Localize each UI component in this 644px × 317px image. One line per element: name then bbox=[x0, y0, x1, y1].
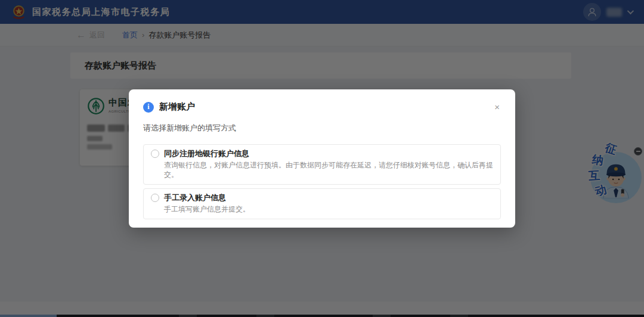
option-description: 手工填写账户信息并提交。 bbox=[164, 204, 493, 214]
add-account-modal: i 新增账户 × 请选择新增账户的填写方式 同步注册地银行账户信息 查询银行信息… bbox=[129, 89, 515, 228]
option-sync-bank-info[interactable]: 同步注册地银行账户信息 查询银行信息，对账户信息进行预填。由于数据同步可能存在延… bbox=[143, 144, 501, 185]
option-list: 同步注册地银行账户信息 查询银行信息，对账户信息进行预填。由于数据同步可能存在延… bbox=[143, 144, 501, 219]
modal-title: 新增账户 bbox=[159, 101, 195, 113]
option-description: 查询银行信息，对账户信息进行预填。由于数据同步可能存在延迟，请您仔细核对账号信息… bbox=[164, 160, 493, 179]
bottom-strip bbox=[0, 315, 644, 317]
radio-sync-bank-info[interactable] bbox=[151, 150, 159, 158]
close-icon[interactable]: × bbox=[493, 101, 501, 113]
option-manual-entry[interactable]: 手工录入账户信息 手工填写账户信息并提交。 bbox=[143, 188, 501, 219]
modal-prompt: 请选择新增账户的填写方式 bbox=[143, 123, 501, 133]
info-icon: i bbox=[143, 102, 154, 113]
radio-manual-entry[interactable] bbox=[151, 194, 159, 202]
modal-header: i 新增账户 × bbox=[143, 101, 501, 113]
option-title: 同步注册地银行账户信息 bbox=[164, 149, 249, 158]
screen: 国家税务总局上海市电子税务局 ← 返回 首页 › 存款账户账号报告 存款账户账号… bbox=[0, 0, 644, 317]
option-title: 手工录入账户信息 bbox=[164, 193, 226, 202]
